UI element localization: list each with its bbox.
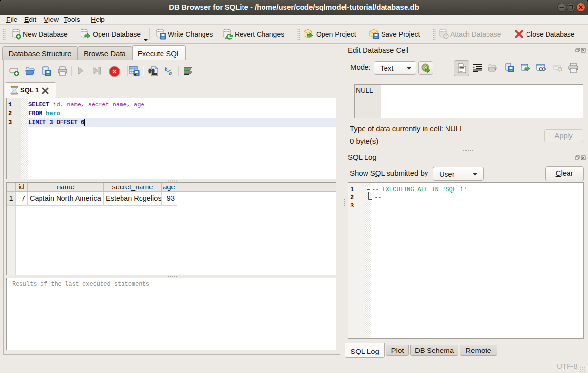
svg-text:b: b [165,66,168,72]
